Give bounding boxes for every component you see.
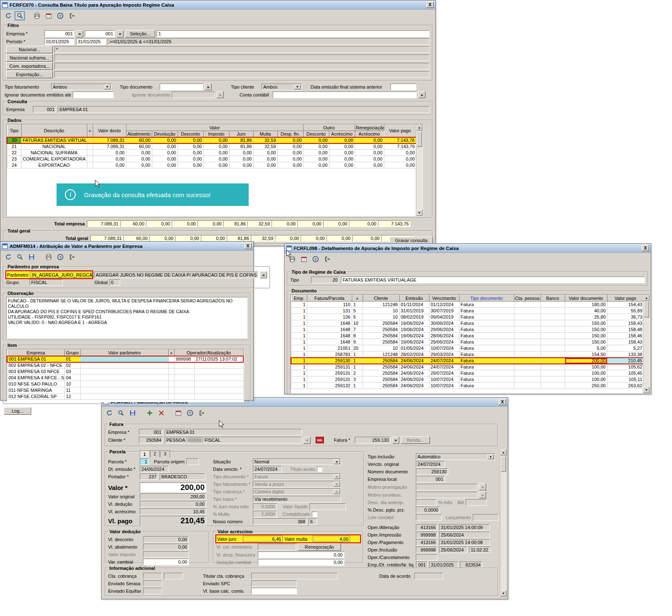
cell[interactable]: 19/06/2024 (399, 333, 429, 339)
tipo-cliente-select[interactable]: Ambos (262, 84, 301, 90)
table-row[interactable]: 1259132125058424/06/202410/07/2024Fatura… (291, 383, 644, 389)
col-descricao[interactable]: Descrição (21, 125, 87, 137)
cell[interactable]: 263,62 (607, 383, 644, 389)
scroll-up-icon[interactable]: ▲ (500, 449, 506, 455)
cell[interactable]: 0,00 (253, 150, 277, 156)
cell[interactable]: 11 (64, 387, 80, 393)
help-icon-button[interactable]: ? (55, 252, 65, 262)
col-operador-atualizacao[interactable]: Operador/Atualização (174, 350, 243, 356)
tipo-inclusao-select[interactable]: Automático (416, 453, 495, 460)
cell[interactable]: 158,48 (607, 327, 644, 333)
cell[interactable]: 81,86 (229, 143, 253, 150)
cell[interactable]: 0,00 (303, 137, 329, 143)
cell[interactable]: 01/12/2024 (429, 302, 459, 308)
cell[interactable]: 8 (352, 333, 363, 339)
cell[interactable]: 259131 (307, 364, 352, 370)
cell[interactable]: 154,50 (565, 351, 607, 358)
cell[interactable]: 1 (291, 358, 307, 364)
cell[interactable] (87, 150, 93, 156)
cell[interactable]: 0,00 (152, 150, 178, 156)
cell[interactable] (168, 375, 174, 381)
cell[interactable]: 250584 (363, 358, 399, 364)
cell[interactable]: 0,00 (355, 143, 384, 150)
valor-multa-field[interactable]: 4,00 (313, 536, 350, 542)
cell[interactable] (87, 143, 93, 150)
parametro-lookup-button[interactable]: » (260, 271, 267, 278)
cell[interactable]: 0,00 (93, 156, 126, 162)
col-multa[interactable]: Multa (253, 131, 277, 137)
table-row[interactable]: 23COMERCIAL EXPORTADORA0,000,000,000,000… (7, 156, 416, 162)
cell[interactable]: 24/06/2024 (399, 364, 429, 370)
cell[interactable]: 0,00 (203, 150, 229, 156)
cell[interactable]: 04 (64, 375, 80, 381)
cell[interactable]: 30/07/2019 (429, 308, 459, 314)
cell[interactable]: 250584 (363, 327, 399, 333)
cell[interactable]: 150,00 (565, 339, 607, 345)
cell[interactable]: 150,00 (565, 320, 607, 327)
save-icon-button[interactable] (26, 252, 37, 262)
cell[interactable] (514, 351, 541, 358)
cell[interactable]: 5,00 (565, 345, 607, 351)
cell[interactable]: 5 (352, 314, 363, 320)
cell[interactable]: 0,00 (93, 150, 126, 156)
cell[interactable] (168, 362, 174, 369)
cell[interactable]: COMERCIAL EXPORTADORA (21, 156, 87, 162)
cell[interactable]: EXPORTACAO (21, 162, 87, 168)
exportacao-button[interactable]: Exportação... (6, 71, 53, 78)
cell[interactable]: 0,00 (303, 156, 329, 162)
cell[interactable] (514, 370, 541, 376)
close-button[interactable]: X (244, 243, 252, 249)
cell[interactable]: 133,38 (607, 351, 644, 358)
cell[interactable] (514, 320, 541, 327)
cell[interactable] (174, 381, 194, 387)
cell[interactable]: 0,00 (355, 162, 384, 168)
exit-icon-button[interactable] (67, 11, 77, 20)
cell[interactable]: 180,00 (565, 302, 607, 308)
cell[interactable]: 40,00 (565, 308, 607, 314)
cell[interactable] (194, 375, 243, 381)
xml-icon[interactable]: XML (316, 437, 324, 443)
table-row[interactable]: 003 EMPRESA 03 NFCE03 (7, 369, 243, 375)
cell[interactable]: 1 (291, 302, 307, 308)
cell[interactable] (541, 364, 565, 370)
cell[interactable] (541, 358, 565, 364)
cell[interactable]: 29/07/2024 (429, 370, 459, 376)
var-cambial-field[interactable]: 0,00 (143, 559, 189, 565)
cell[interactable] (194, 381, 243, 387)
cell[interactable]: 23 (7, 156, 21, 162)
cell[interactable]: 110 (307, 302, 352, 308)
exit-icon-button[interactable] (322, 255, 332, 264)
cell[interactable]: 0,00 (329, 150, 355, 156)
cell[interactable]: 0,00 (203, 156, 229, 162)
cell[interactable]: 10 (363, 345, 399, 351)
titulo-aceito-checkbox[interactable] (317, 467, 322, 472)
col-valor-parametro[interactable]: Valor parâmetro (80, 350, 168, 356)
conta-contabil-input[interactable] (273, 92, 417, 98)
cell[interactable]: 21 (7, 143, 21, 150)
cell[interactable]: 0,00 (203, 162, 229, 168)
cell[interactable]: Fatura (459, 345, 514, 351)
cell[interactable]: 150,00 (565, 327, 607, 333)
cell[interactable]: Fatura (459, 308, 514, 314)
tab-parcela-3[interactable]: 3 (160, 450, 170, 457)
help-icon-button[interactable]: ? (55, 11, 65, 20)
cell[interactable]: 01/05/2024 (399, 345, 429, 351)
cell[interactable]: 0,00 (229, 156, 253, 162)
vertical-scrollbar[interactable]: ▲ ▼ (416, 124, 422, 216)
tab-parcela-2[interactable]: 2 (150, 450, 160, 457)
cell[interactable]: 0,00 (203, 137, 229, 143)
table-row[interactable]: 010 NFSE SAO PAULO10 (7, 381, 243, 387)
cell[interactable]: Fatura (459, 351, 514, 358)
contabilizado-checkbox[interactable] (312, 512, 317, 517)
table-row[interactable]: 1110112124801/11/202401/12/2024Fatura180… (291, 302, 644, 308)
cell[interactable]: 105,62 (607, 364, 644, 370)
print-icon-button[interactable] (32, 11, 42, 20)
vertical-scrollbar[interactable]: ▲ ▼ (500, 449, 506, 596)
cell[interactable]: 32,59 (253, 137, 277, 143)
cell[interactable]: 010 NFSE SAO PAULO (7, 381, 64, 387)
cell[interactable]: 003 EMPRESA 03 NFCE (7, 369, 64, 375)
cell[interactable]: 0,00 (277, 150, 303, 156)
cell[interactable]: 0,00 (355, 150, 384, 156)
cell[interactable]: 10 (363, 314, 399, 320)
col-devolucao[interactable]: Devolução (152, 131, 178, 137)
